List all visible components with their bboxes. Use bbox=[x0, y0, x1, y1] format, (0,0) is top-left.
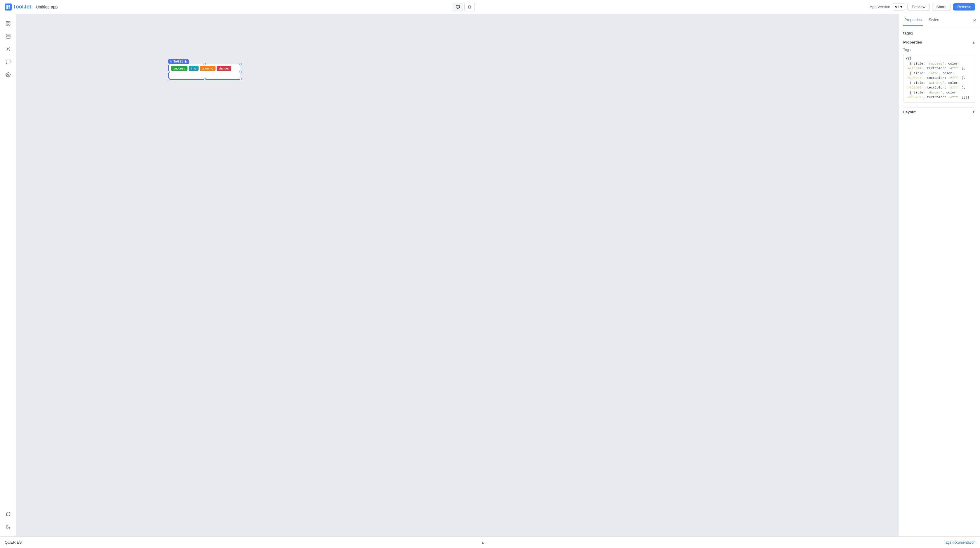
tag-info: info bbox=[189, 66, 199, 71]
resize-handle-bottom-mid[interactable] bbox=[204, 78, 206, 80]
svg-rect-2 bbox=[6, 7, 8, 9]
sidebar-item-theme[interactable] bbox=[2, 521, 14, 533]
code-line-2: { title: 'success', color: '#2fb344', te… bbox=[906, 61, 973, 71]
resize-handle-top-right[interactable] bbox=[239, 63, 242, 65]
component-name: tags1 bbox=[903, 31, 975, 35]
right-panel-body: tags1 Properties ▲ Tags {{[ { title: 'su… bbox=[899, 26, 980, 536]
resize-handle-top-left[interactable] bbox=[168, 63, 170, 65]
app-version-label: App Version bbox=[870, 5, 890, 9]
mobile-view-button[interactable] bbox=[464, 3, 475, 11]
header-left: ToolJet Untitled app bbox=[5, 3, 57, 11]
tag-danger: danger bbox=[217, 66, 231, 71]
canvas[interactable]: ⚙ TAGS1 🗑 success info warning danger bbox=[16, 14, 898, 536]
tags-widget-header: ⚙ TAGS1 🗑 bbox=[168, 59, 189, 64]
tags-widget-label: TAGS1 bbox=[173, 60, 183, 63]
delete-icon[interactable]: 🗑 bbox=[184, 60, 187, 63]
tab-styles[interactable]: Styles bbox=[928, 14, 940, 26]
svg-rect-3 bbox=[8, 7, 10, 9]
tag-success: success bbox=[171, 66, 188, 71]
tags-widget[interactable]: ⚙ TAGS1 🗑 success info warning danger bbox=[168, 59, 241, 80]
svg-rect-9 bbox=[6, 21, 8, 23]
sidebar-bottom bbox=[2, 508, 14, 533]
svg-rect-10 bbox=[8, 21, 10, 23]
close-button[interactable]: ✕ bbox=[973, 17, 977, 23]
resize-handle-mid-left[interactable] bbox=[168, 71, 170, 73]
code-line-4: { title: 'warning', color: '#f59f00', te… bbox=[906, 81, 973, 90]
sidebar-item-chat[interactable] bbox=[2, 56, 14, 68]
right-panel-tabs: Properties Styles ✕ bbox=[899, 14, 980, 26]
header-right: App Version v1 ▾ Preview Share Release bbox=[870, 3, 975, 11]
header: ToolJet Untitled app App Version v1 ▾ Pr… bbox=[0, 0, 980, 14]
release-button[interactable]: Release bbox=[953, 3, 975, 11]
tags-prop-label: Tags bbox=[903, 48, 975, 52]
properties-section-header: Properties ▲ bbox=[903, 40, 975, 45]
svg-rect-4 bbox=[456, 5, 460, 8]
logo-text: ToolJet bbox=[13, 4, 31, 10]
svg-rect-12 bbox=[8, 24, 10, 25]
layout-section-title: Layout bbox=[903, 110, 916, 114]
svg-rect-1 bbox=[8, 5, 10, 7]
sidebar-item-database[interactable] bbox=[2, 30, 14, 42]
resize-handle-mid-right[interactable] bbox=[239, 71, 242, 73]
tags-doc-link[interactable]: Tags documentation bbox=[944, 540, 975, 545]
view-toggle bbox=[453, 3, 475, 11]
tags-widget-container: success info warning danger bbox=[168, 64, 241, 80]
share-button[interactable]: Share bbox=[932, 3, 951, 11]
version-value: v1 bbox=[895, 5, 899, 9]
resize-handle-bottom-right[interactable] bbox=[239, 78, 242, 80]
main-layout: ⚙ TAGS1 🗑 success info warning danger bbox=[0, 14, 980, 536]
sidebar-item-feedback[interactable] bbox=[2, 508, 14, 520]
bottom-bar: QUERIES ▲ Tags documentation bbox=[0, 536, 980, 548]
gear-icon: ⚙ bbox=[170, 60, 172, 63]
sidebar-item-pages[interactable] bbox=[2, 18, 14, 29]
preview-button[interactable]: Preview bbox=[907, 3, 929, 11]
svg-point-15 bbox=[7, 74, 9, 76]
chevron-down-icon: ▾ bbox=[900, 5, 902, 9]
layout-section-header[interactable]: Layout ▼ bbox=[903, 107, 975, 116]
resize-handle-top-mid[interactable] bbox=[204, 63, 206, 65]
tags-code-editor[interactable]: {{[ { title: 'success', color: '#2fb344'… bbox=[903, 54, 975, 102]
resize-handle-bottom-left[interactable] bbox=[168, 78, 170, 80]
code-line-5: { title: 'danger', color: '#d63939', tex… bbox=[906, 90, 973, 100]
svg-rect-0 bbox=[6, 5, 8, 7]
tab-properties[interactable]: Properties bbox=[903, 14, 923, 26]
sidebar-item-inspect[interactable] bbox=[2, 43, 14, 55]
tag-warning: warning bbox=[200, 66, 216, 71]
desktop-view-button[interactable] bbox=[453, 3, 463, 11]
sidebar-item-settings[interactable] bbox=[2, 69, 14, 81]
tags-row: success info warning danger bbox=[171, 66, 238, 71]
version-select[interactable]: v1 ▾ bbox=[892, 3, 905, 11]
svg-point-14 bbox=[7, 48, 9, 50]
sidebar bbox=[0, 14, 16, 536]
svg-rect-11 bbox=[6, 24, 8, 25]
code-line-1: {{[ bbox=[906, 56, 973, 61]
app-title: Untitled app bbox=[36, 5, 58, 10]
svg-point-13 bbox=[6, 34, 10, 36]
properties-collapse-icon[interactable]: ▲ bbox=[972, 40, 975, 45]
properties-section-title: Properties bbox=[903, 40, 922, 45]
queries-toggle-icon[interactable]: ▲ bbox=[481, 540, 485, 545]
logo-icon bbox=[5, 3, 12, 11]
canvas-inner: ⚙ TAGS1 🗑 success info warning danger bbox=[51, 14, 898, 536]
layout-section: Layout ▼ bbox=[903, 107, 975, 116]
logo: ToolJet bbox=[5, 3, 31, 11]
code-line-3: { title: 'info', color: '#206bc4', textC… bbox=[906, 71, 973, 81]
layout-collapse-icon[interactable]: ▼ bbox=[972, 110, 975, 114]
right-panel: Properties Styles ✕ tags1 Properties ▲ T… bbox=[898, 14, 980, 536]
queries-label: QUERIES bbox=[5, 540, 22, 545]
